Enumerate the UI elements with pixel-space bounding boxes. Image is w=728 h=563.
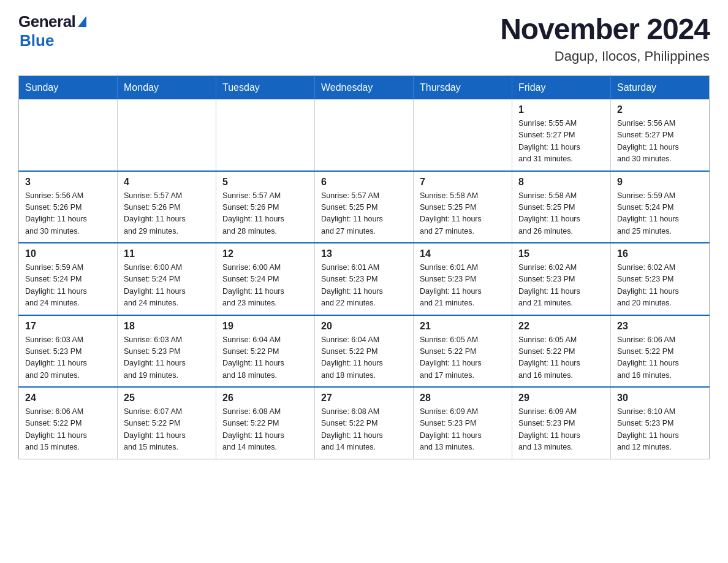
calendar-header-wednesday: Wednesday [315, 76, 414, 100]
calendar-cell: 27Sunrise: 6:08 AM Sunset: 5:22 PM Dayli… [315, 387, 414, 459]
day-number: 17 [25, 321, 111, 332]
calendar-cell: 5Sunrise: 5:57 AM Sunset: 5:26 PM Daylig… [216, 171, 315, 243]
calendar-cell: 17Sunrise: 6:03 AM Sunset: 5:23 PM Dayli… [19, 315, 118, 388]
calendar-cell: 10Sunrise: 5:59 AM Sunset: 5:24 PM Dayli… [19, 243, 118, 315]
calendar-week-row: 3Sunrise: 5:56 AM Sunset: 5:26 PM Daylig… [19, 171, 710, 243]
calendar-cell: 18Sunrise: 6:03 AM Sunset: 5:23 PM Dayli… [118, 315, 216, 388]
day-info: Sunrise: 6:03 AM Sunset: 5:23 PM Dayligh… [25, 334, 111, 382]
day-number: 23 [617, 321, 703, 332]
calendar-cell: 20Sunrise: 6:04 AM Sunset: 5:22 PM Dayli… [315, 315, 414, 388]
day-number: 20 [321, 321, 407, 332]
day-info: Sunrise: 6:08 AM Sunset: 5:22 PM Dayligh… [222, 406, 308, 454]
day-number: 30 [617, 393, 703, 404]
calendar-table: SundayMondayTuesdayWednesdayThursdayFrid… [18, 75, 710, 459]
calendar-cell: 6Sunrise: 5:57 AM Sunset: 5:25 PM Daylig… [315, 171, 414, 243]
calendar-cell: 30Sunrise: 6:10 AM Sunset: 5:23 PM Dayli… [611, 387, 710, 459]
calendar-week-row: 10Sunrise: 5:59 AM Sunset: 5:24 PM Dayli… [19, 243, 710, 315]
day-number: 14 [420, 248, 506, 259]
calendar-cell: 12Sunrise: 6:00 AM Sunset: 5:24 PM Dayli… [216, 243, 315, 315]
day-info: Sunrise: 5:56 AM Sunset: 5:26 PM Dayligh… [25, 190, 111, 238]
logo-triangle-icon [78, 16, 86, 27]
calendar-cell [216, 99, 315, 171]
day-info: Sunrise: 6:08 AM Sunset: 5:22 PM Dayligh… [321, 406, 407, 454]
calendar-cell: 25Sunrise: 6:07 AM Sunset: 5:22 PM Dayli… [118, 387, 216, 459]
day-number: 16 [617, 248, 703, 259]
day-number: 11 [124, 248, 210, 259]
day-number: 27 [321, 393, 407, 404]
calendar-cell: 29Sunrise: 6:09 AM Sunset: 5:23 PM Dayli… [512, 387, 611, 459]
calendar-cell [315, 99, 414, 171]
calendar-cell: 15Sunrise: 6:02 AM Sunset: 5:23 PM Dayli… [512, 243, 611, 315]
logo: General Blue [18, 12, 86, 50]
day-info: Sunrise: 5:59 AM Sunset: 5:24 PM Dayligh… [25, 262, 111, 310]
day-number: 2 [617, 104, 703, 115]
day-number: 18 [124, 321, 210, 332]
calendar-header-saturday: Saturday [611, 76, 710, 100]
day-info: Sunrise: 6:00 AM Sunset: 5:24 PM Dayligh… [222, 262, 308, 310]
calendar-cell: 16Sunrise: 6:02 AM Sunset: 5:23 PM Dayli… [611, 243, 710, 315]
day-number: 29 [518, 393, 604, 404]
calendar-cell [118, 99, 216, 171]
calendar-cell: 23Sunrise: 6:06 AM Sunset: 5:22 PM Dayli… [611, 315, 710, 388]
calendar-week-row: 24Sunrise: 6:06 AM Sunset: 5:22 PM Dayli… [19, 387, 710, 459]
day-info: Sunrise: 6:10 AM Sunset: 5:23 PM Dayligh… [617, 406, 703, 454]
calendar-week-row: 17Sunrise: 6:03 AM Sunset: 5:23 PM Dayli… [19, 315, 710, 388]
calendar-header-monday: Monday [118, 76, 216, 100]
calendar-cell: 4Sunrise: 5:57 AM Sunset: 5:26 PM Daylig… [118, 171, 216, 243]
calendar-cell: 21Sunrise: 6:05 AM Sunset: 5:22 PM Dayli… [414, 315, 512, 388]
day-info: Sunrise: 5:57 AM Sunset: 5:25 PM Dayligh… [321, 190, 407, 238]
day-info: Sunrise: 5:59 AM Sunset: 5:24 PM Dayligh… [617, 190, 703, 238]
day-info: Sunrise: 6:02 AM Sunset: 5:23 PM Dayligh… [617, 262, 703, 310]
calendar-cell: 7Sunrise: 5:58 AM Sunset: 5:25 PM Daylig… [414, 171, 512, 243]
day-info: Sunrise: 5:57 AM Sunset: 5:26 PM Dayligh… [222, 190, 308, 238]
calendar-cell [19, 99, 118, 171]
day-info: Sunrise: 6:05 AM Sunset: 5:22 PM Dayligh… [518, 334, 604, 382]
page-header: General Blue November 2024 Dagup, Ilocos… [18, 12, 710, 64]
calendar-cell: 26Sunrise: 6:08 AM Sunset: 5:22 PM Dayli… [216, 387, 315, 459]
calendar-cell: 8Sunrise: 5:58 AM Sunset: 5:25 PM Daylig… [512, 171, 611, 243]
day-info: Sunrise: 6:09 AM Sunset: 5:23 PM Dayligh… [518, 406, 604, 454]
calendar-cell: 9Sunrise: 5:59 AM Sunset: 5:24 PM Daylig… [611, 171, 710, 243]
calendar-cell: 1Sunrise: 5:55 AM Sunset: 5:27 PM Daylig… [512, 99, 611, 171]
day-number: 22 [518, 321, 604, 332]
logo-general: General [18, 12, 86, 31]
calendar-cell: 24Sunrise: 6:06 AM Sunset: 5:22 PM Dayli… [19, 387, 118, 459]
day-info: Sunrise: 6:07 AM Sunset: 5:22 PM Dayligh… [124, 406, 210, 454]
calendar-cell: 3Sunrise: 5:56 AM Sunset: 5:26 PM Daylig… [19, 171, 118, 243]
day-info: Sunrise: 6:00 AM Sunset: 5:24 PM Dayligh… [124, 262, 210, 310]
day-number: 6 [321, 177, 407, 188]
day-info: Sunrise: 5:55 AM Sunset: 5:27 PM Dayligh… [518, 118, 604, 166]
day-info: Sunrise: 5:56 AM Sunset: 5:27 PM Dayligh… [617, 118, 703, 166]
page-title: November 2024 [500, 12, 710, 46]
calendar-cell: 28Sunrise: 6:09 AM Sunset: 5:23 PM Dayli… [414, 387, 512, 459]
day-info: Sunrise: 6:01 AM Sunset: 5:23 PM Dayligh… [321, 262, 407, 310]
page-subtitle: Dagup, Ilocos, Philippines [500, 48, 710, 64]
day-number: 3 [25, 177, 111, 188]
day-number: 4 [124, 177, 210, 188]
calendar-cell: 19Sunrise: 6:04 AM Sunset: 5:22 PM Dayli… [216, 315, 315, 388]
day-number: 1 [518, 104, 604, 115]
day-number: 5 [222, 177, 308, 188]
calendar-cell: 11Sunrise: 6:00 AM Sunset: 5:24 PM Dayli… [118, 243, 216, 315]
day-info: Sunrise: 6:04 AM Sunset: 5:22 PM Dayligh… [321, 334, 407, 382]
day-number: 15 [518, 248, 604, 259]
day-number: 13 [321, 248, 407, 259]
day-info: Sunrise: 6:06 AM Sunset: 5:22 PM Dayligh… [617, 334, 703, 382]
day-number: 12 [222, 248, 308, 259]
day-number: 19 [222, 321, 308, 332]
calendar-cell: 14Sunrise: 6:01 AM Sunset: 5:23 PM Dayli… [414, 243, 512, 315]
calendar-header-row: SundayMondayTuesdayWednesdayThursdayFrid… [19, 76, 710, 100]
calendar-cell: 22Sunrise: 6:05 AM Sunset: 5:22 PM Dayli… [512, 315, 611, 388]
day-number: 28 [420, 393, 506, 404]
day-info: Sunrise: 6:03 AM Sunset: 5:23 PM Dayligh… [124, 334, 210, 382]
calendar-week-row: 1Sunrise: 5:55 AM Sunset: 5:27 PM Daylig… [19, 99, 710, 171]
calendar-cell [414, 99, 512, 171]
calendar-header-sunday: Sunday [19, 76, 118, 100]
day-info: Sunrise: 6:05 AM Sunset: 5:22 PM Dayligh… [420, 334, 506, 382]
day-info: Sunrise: 6:01 AM Sunset: 5:23 PM Dayligh… [420, 262, 506, 310]
day-number: 8 [518, 177, 604, 188]
day-info: Sunrise: 6:06 AM Sunset: 5:22 PM Dayligh… [25, 406, 111, 454]
day-number: 26 [222, 393, 308, 404]
day-number: 10 [25, 248, 111, 259]
day-info: Sunrise: 5:58 AM Sunset: 5:25 PM Dayligh… [518, 190, 604, 238]
